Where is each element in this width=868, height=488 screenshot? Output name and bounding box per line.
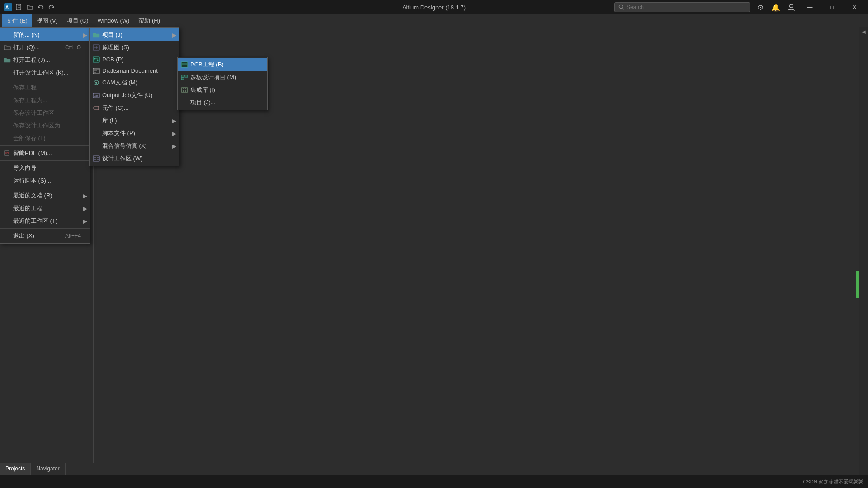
component-icon <box>92 104 100 112</box>
shortcut-exit: Alt+F4 <box>56 233 81 239</box>
menu-item-pcb-project[interactable]: PCB工程 (B) <box>178 58 267 71</box>
svg-point-25 <box>95 82 97 84</box>
titlebar: A Altium D <box>0 0 868 14</box>
divider-4 <box>0 188 90 188</box>
settings-icon[interactable]: ⚙ <box>754 0 767 14</box>
top-right-icons: ⚙ 🔔 — □ ✕ <box>754 0 864 14</box>
menu-item-workspace[interactable]: 设计工作区 (W) <box>90 152 179 165</box>
menu-item-library[interactable]: 库 (L) ▶ <box>90 114 179 127</box>
menu-item-open-workspace[interactable]: 打开设计工作区 (K)... <box>0 66 90 79</box>
svg-rect-48 <box>185 88 186 89</box>
file-dropdown-menu: 新的... (N) ▶ 打开 (Q)... Ctrl+O 打开工程 (J)...… <box>0 27 90 244</box>
menu-item-save-workspace: 保存设计工作区 <box>0 107 90 119</box>
menu-item-recent-docs[interactable]: 最近的文档 (R) ▶ <box>0 189 90 202</box>
menu-item-run-script[interactable]: 运行脚本 (S)... <box>0 174 90 187</box>
app-icon: A <box>4 3 13 12</box>
menu-item-recent-workspaces[interactable]: 最近的工作区 (T) ▶ <box>0 215 90 227</box>
project-submenu: PCB工程 (B) 多板设计项目 (M) 集成库 (I) 项目 (J)... <box>177 57 268 110</box>
recent-docs-arrow: ▶ <box>83 192 87 199</box>
svg-rect-47 <box>183 88 184 89</box>
open-file-icon[interactable] <box>25 3 34 12</box>
notifications-icon[interactable]: 🔔 <box>769 0 783 14</box>
project-arrow: ▶ <box>172 32 176 38</box>
menu-help[interactable]: 帮助 (H) <box>134 14 165 27</box>
menu-view[interactable]: 视图 (V) <box>32 14 62 27</box>
new-submenu: 项目 (J) ▶ 原理图 (S) PCB (P) <box>89 27 179 166</box>
new-file-icon[interactable] <box>14 3 24 12</box>
script-file-arrow: ▶ <box>172 130 176 137</box>
green-accent-bar <box>856 271 859 298</box>
svg-rect-50 <box>185 90 186 92</box>
menu-item-multiboard[interactable]: 多板设计项目 (M) <box>178 71 267 84</box>
submenu-arrow: ▶ <box>83 32 87 38</box>
svg-point-7 <box>619 5 623 9</box>
menu-item-open[interactable]: 打开 (Q)... Ctrl+O <box>0 41 90 54</box>
divider-5 <box>0 228 90 229</box>
maximize-button[interactable]: □ <box>822 0 842 14</box>
mixed-sim-arrow: ▶ <box>172 143 176 150</box>
menubar: 文件 (E) 视图 (V) 项目 (C) Window (W) 帮助 (H) <box>0 14 868 27</box>
menu-item-cam[interactable]: CAM文档 (M) <box>90 76 179 89</box>
menu-item-component[interactable]: 元件 (C)... <box>90 102 179 114</box>
menu-item-exit[interactable]: 退出 (X) Alt+F4 <box>0 230 90 242</box>
menu-item-pcb-doc[interactable]: PCB (P) <box>90 54 179 65</box>
svg-rect-42 <box>181 75 184 77</box>
tab-projects[interactable]: Projects <box>0 463 31 475</box>
svg-rect-34 <box>94 157 96 158</box>
menu-item-save-project-as: 保存工程为... <box>0 94 90 107</box>
svg-text:OB: OB <box>94 94 98 97</box>
svg-rect-28 <box>94 106 99 110</box>
menu-item-integrated-lib[interactable]: 集成库 (I) <box>178 84 267 96</box>
draftsman-icon <box>92 67 100 75</box>
menu-item-mixed-sim[interactable]: 混合信号仿真 (X) ▶ <box>90 140 179 152</box>
statusbar-text: CSDN @加菲猫不爱喝粥粥 <box>803 479 863 485</box>
svg-rect-33 <box>93 156 99 161</box>
menu-item-schematic[interactable]: 原理图 (S) <box>90 41 179 54</box>
svg-rect-46 <box>182 87 187 93</box>
divider-1 <box>0 80 90 80</box>
search-box[interactable] <box>614 2 750 12</box>
pcb-doc-icon <box>92 56 100 64</box>
svg-point-9 <box>789 4 793 8</box>
svg-text:A: A <box>5 5 9 10</box>
menu-item-save-project: 保存工程 <box>0 81 90 94</box>
menu-item-script-file[interactable]: 脚本文件 (P) ▶ <box>90 127 179 140</box>
statusbar: CSDN @加菲猫不爱喝粥粥 <box>0 475 868 488</box>
menu-item-open-project[interactable]: 打开工程 (J)... <box>0 54 90 66</box>
menu-item-project-other[interactable]: 项目 (J)... <box>178 96 267 109</box>
menu-item-project[interactable]: 项目 (J) ▶ <box>90 28 179 41</box>
svg-rect-37 <box>97 159 99 160</box>
menu-project[interactable]: 项目 (C) <box>62 14 93 27</box>
svg-rect-44 <box>181 78 184 80</box>
menu-item-import[interactable]: 导入向导 <box>0 162 90 174</box>
search-input[interactable] <box>627 4 744 10</box>
library-arrow: ▶ <box>172 117 176 124</box>
titlebar-left: A <box>4 3 56 12</box>
menu-window[interactable]: Window (W) <box>93 14 134 27</box>
tab-navigator[interactable]: Navigator <box>31 463 65 475</box>
minimize-button[interactable]: — <box>800 0 820 14</box>
menu-item-new[interactable]: 新的... (N) ▶ <box>0 28 90 41</box>
redo-icon[interactable] <box>47 3 56 12</box>
menu-file[interactable]: 文件 (E) <box>2 14 32 27</box>
recent-workspaces-arrow: ▶ <box>83 218 87 225</box>
close-button[interactable]: ✕ <box>844 0 864 14</box>
user-icon[interactable] <box>784 0 798 14</box>
right-panel-strip: ◀ <box>859 27 868 475</box>
output-job-icon: OB <box>92 91 100 99</box>
divider-2 <box>0 145 90 146</box>
menu-item-draftsman[interactable]: Draftsman Document <box>90 65 179 76</box>
panel-collapse-btn[interactable]: ◀ <box>859 27 868 36</box>
menu-item-save-workspace-as: 保存设计工作区为... <box>0 119 90 132</box>
open-project-icon <box>3 56 11 64</box>
menu-item-recent-projects[interactable]: 最近的工程 ▶ <box>0 202 90 215</box>
open-icon <box>3 43 11 52</box>
workspace-icon <box>92 155 100 163</box>
cam-icon <box>92 79 100 87</box>
svg-rect-49 <box>183 90 184 92</box>
svg-rect-43 <box>185 75 188 77</box>
menu-item-output-job[interactable]: OB Output Job文件 (U) <box>90 89 179 102</box>
menu-item-smart-pdf[interactable]: PDF 智能PDF (M)... <box>0 147 90 160</box>
shortcut-open: Ctrl+O <box>56 44 81 51</box>
undo-icon[interactable] <box>36 3 45 12</box>
